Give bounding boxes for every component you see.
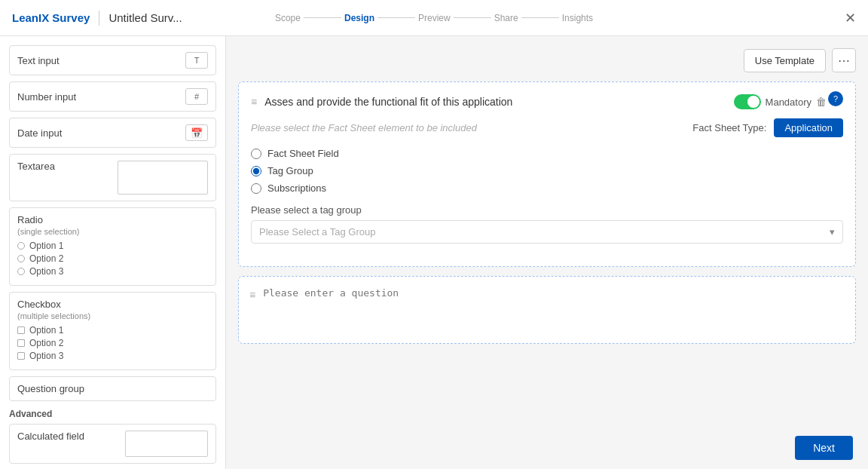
textarea-label: Textarea [17,161,110,172]
element-options: Fact Sheet Field Tag Group Subscriptions [251,148,843,194]
textarea-preview-box [118,161,208,195]
number-input-icon: # [185,88,208,105]
text-input-label: Text input [17,55,178,66]
question-title-input[interactable] [264,96,726,108]
add-question-card: ≡ [238,276,856,344]
footer: Next [780,427,868,469]
radio-sub: (single selection) [17,227,208,236]
steps-nav: Scope Design Preview Share Insights [275,13,593,23]
radio-option-2: Option 2 [17,253,208,264]
help-icon[interactable]: ? [828,91,843,106]
text-input-icon: T [185,52,208,69]
checkbox-option-2: Option 2 [17,338,208,348]
date-input-label: Date input [17,127,178,139]
step-scope[interactable]: Scope [275,13,301,23]
step-preview-label: Preview [418,13,451,23]
tag-group-select[interactable]: Please Select a Tag Group ▾ [251,220,843,244]
step-preview[interactable]: Preview [418,13,451,23]
checkbox-label: Checkbox [17,299,208,310]
step-design[interactable]: Design [344,13,374,23]
tag-group-section: Please select a tag group Please Select … [251,204,843,244]
radio-fact-sheet-field[interactable] [251,149,261,159]
sidebar-item-question-group[interactable]: Question group [9,376,216,401]
tag-group-label: Please select a tag group [251,204,843,216]
option-tag-group[interactable]: Tag Group [251,165,843,176]
content-area: Use Template ⋯ ? ≡ Mandatory 🗑 ⋯ [226,36,868,469]
step-scope-label: Scope [275,13,301,23]
main-layout: Text input T Number input # Date input 📅… [0,36,868,469]
radio-tag-group[interactable] [251,166,261,176]
sidebar-item-number-input[interactable]: Number input # [9,81,216,112]
drag-handle[interactable]: ≡ [251,96,257,108]
question-card-header: ≡ Mandatory 🗑 ⋯ [251,94,843,109]
checkbox-option-3: Option 3 [17,351,208,361]
more-icon: ⋯ [838,54,850,68]
toolbar: Use Template ⋯ [238,48,856,72]
radio-circle-2 [17,255,25,262]
delete-icon[interactable]: 🗑 [816,96,827,108]
sidebar-item-text-input[interactable]: Text input T [9,45,216,75]
next-button[interactable]: Next [795,436,853,460]
fact-sheet-placeholder: Please select the Fact Sheet element to … [251,122,685,133]
step-design-label: Design [344,13,374,23]
step-share[interactable]: Share [494,13,518,23]
step-insights[interactable]: Insights [562,13,593,23]
logo: LeanIX Survey [12,11,90,24]
chevron-down-icon: ▾ [830,226,835,238]
sidebar-item-date-input[interactable]: Date input 📅 [9,118,216,148]
step-line-4 [521,17,559,18]
mandatory-section: Mandatory 🗑 ⋯ [734,94,843,109]
fact-sheet-type-label: Fact Sheet Type: [692,122,766,133]
radio-label: Radio [17,214,208,225]
checkbox-box-2 [17,339,25,347]
option-tag-group-label: Tag Group [267,165,313,176]
fact-sheet-row: Please select the Fact Sheet element to … [251,118,843,137]
question-card-1: ? ≡ Mandatory 🗑 ⋯ Please select the Fact… [238,81,856,267]
sidebar-item-calculated-field[interactable]: Calculated field [9,424,216,464]
add-question-drag-handle[interactable]: ≡ [249,287,255,301]
step-insights-label: Insights [562,13,593,23]
step-line-1 [304,17,341,18]
header: LeanIX Survey Untitled Surv... Scope Des… [0,0,868,36]
radio-circle-1 [17,242,25,250]
radio-subscriptions[interactable] [251,183,261,194]
question-group-label: Question group [17,383,84,394]
add-question-input[interactable] [263,287,845,333]
close-button[interactable]: ✕ [845,10,856,26]
checkbox-box-1 [17,326,25,334]
calculated-field-preview [125,431,208,457]
calculated-field-label: Calculated field [17,431,118,442]
more-options-button[interactable]: ⋯ [832,48,856,72]
use-template-button[interactable]: Use Template [744,49,826,72]
sidebar-item-checkbox[interactable]: Checkbox (multiple selections) Option 1 … [9,292,216,370]
toggle-thumb [747,96,760,108]
step-share-label: Share [494,13,518,23]
radio-option-1: Option 1 [17,241,208,251]
option-subscriptions-label: Subscriptions [267,182,326,194]
sidebar: Text input T Number input # Date input 📅… [0,36,226,469]
sidebar-item-textarea[interactable]: Textarea [9,154,216,201]
tag-group-select-placeholder: Please Select a Tag Group [259,226,375,238]
checkbox-box-3 [17,352,25,360]
checkbox-sub: (multiple selections) [17,311,208,320]
radio-option-3: Option 3 [17,266,208,277]
step-line-3 [454,17,491,18]
option-fact-sheet-field[interactable]: Fact Sheet Field [251,148,843,159]
survey-title[interactable]: Untitled Surv... [108,11,182,24]
option-fact-sheet-field-label: Fact Sheet Field [267,148,339,159]
date-input-icon: 📅 [185,124,208,141]
advanced-section-label: Advanced [9,409,216,419]
number-input-label: Number input [17,91,178,103]
option-subscriptions[interactable]: Subscriptions [251,182,843,194]
radio-circle-3 [17,268,25,275]
step-line-2 [377,17,415,18]
checkbox-option-1: Option 1 [17,325,208,336]
mandatory-label: Mandatory [766,97,811,108]
sidebar-item-radio[interactable]: Radio (single selection) Option 1 Option… [9,207,216,286]
mandatory-toggle[interactable] [734,94,761,109]
fact-sheet-type-button[interactable]: Application [774,118,843,137]
header-divider [99,11,99,26]
